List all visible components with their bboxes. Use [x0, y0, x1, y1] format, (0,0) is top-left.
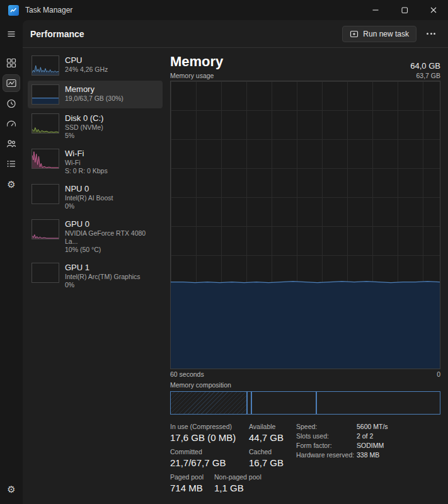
sidebar-item-title: Memory: [65, 84, 123, 94]
nav-users-button[interactable]: [3, 135, 20, 152]
minimize-icon: [370, 5, 381, 15]
nav-performance-button[interactable]: [3, 74, 20, 92]
performance-sidebar: CPU 24% 4,26 GHz Memory 19,0/63,7 GB (30…: [28, 52, 163, 504]
stat-committed: Committed 21,7/67,7 GB: [170, 447, 249, 469]
sidebar-item-disk0[interactable]: Disk 0 (C:) SSD (NVMe) 5%: [28, 110, 163, 144]
nav-details-button[interactable]: [3, 155, 20, 173]
stat-value: 44,7 GB: [249, 431, 284, 444]
memory-composition-label: Memory composition: [170, 381, 440, 389]
sidebar-item-subtitle: Intel(R) Arc(TM) Graphics: [65, 273, 141, 281]
stat-value: 1,1 GB: [214, 481, 261, 495]
hardware-details: Speed: 5600 MT/s Slots used: 2 of 2 Form…: [296, 423, 388, 461]
memory-usage-area: [171, 81, 440, 369]
more-options-button[interactable]: [423, 28, 439, 40]
memory-title-row: Memory 64,0 GB: [170, 53, 440, 71]
nav-app-history-button[interactable]: [3, 94, 20, 112]
sidebar-item-subtitle2: 10% (50 °C): [65, 246, 159, 254]
services-gear-icon: ⚙: [7, 180, 15, 189]
sidebar-item-title: NPU 0: [65, 184, 113, 194]
sidebar-item-subtitle: 24% 4,26 GHz: [65, 66, 108, 74]
sidebar-item-subtitle: Wi-Fi: [65, 159, 108, 167]
composition-segment-modified[interactable]: [247, 391, 251, 415]
sidebar-item-title: GPU 1: [65, 263, 141, 273]
detail-label: Hardware reserved:: [296, 451, 357, 459]
sidebar-item-subtitle2: 0%: [65, 281, 141, 289]
sidebar-item-wifi[interactable]: Wi-Fi Wi-Fi S: 0 R: 0 Kbps: [28, 145, 163, 179]
detail-speed: Speed: 5600 MT/s: [296, 423, 388, 430]
maximize-icon: [399, 5, 410, 15]
app-icon: [8, 5, 19, 16]
dot-icon: [427, 33, 428, 35]
navigation-rail: ⚙ ⚙: [0, 20, 23, 504]
sidebar-item-subtitle2: 0%: [65, 202, 113, 210]
nav-menu-button[interactable]: [3, 25, 20, 43]
sidebar-item-title: Disk 0 (C:): [65, 113, 103, 123]
close-icon: [428, 5, 439, 15]
stat-in-use: In use (Compressed) 17,6 GB (0 MB): [170, 422, 249, 444]
task-manager-window: Task Manager: [0, 0, 448, 504]
time-axis-right: 0: [437, 370, 440, 378]
sidebar-item-title: CPU: [65, 55, 108, 66]
nav-settings-button[interactable]: ⚙: [3, 480, 20, 498]
window-title: Task Manager: [25, 6, 72, 14]
processes-icon: [6, 58, 16, 68]
wifi-mini-chart: [32, 149, 59, 169]
stat-value: 21,7/67,7 GB: [170, 456, 249, 469]
sidebar-item-memory[interactable]: Memory 19,0/63,7 GB (30%): [28, 81, 163, 108]
nav-services-button[interactable]: ⚙: [3, 175, 20, 193]
detail-value: 338 MB: [357, 451, 379, 459]
dot-icon: [434, 33, 435, 35]
sidebar-item-subtitle2: S: 0 R: 0 Kbps: [65, 167, 108, 175]
memory-composition-bar: [170, 391, 440, 415]
gpu0-mini-chart: [32, 219, 59, 239]
time-axis-row: 60 seconds 0: [170, 370, 440, 378]
stat-label: Committed: [170, 447, 249, 456]
speedometer-icon: [6, 118, 16, 129]
detail-value: 2 of 2: [357, 432, 373, 440]
usage-label-row: Memory usage 63,7 GB: [170, 72, 440, 79]
sidebar-item-subtitle: SSD (NVMe): [65, 123, 103, 132]
nav-startup-apps-button[interactable]: [3, 115, 20, 132]
sidebar-item-npu0[interactable]: NPU 0 Intel(R) AI Boost 0%: [28, 180, 163, 214]
detail-label: Slots used:: [296, 432, 357, 440]
sidebar-item-title: GPU 0: [65, 219, 159, 229]
detail-value: 5600 MT/s: [357, 423, 388, 430]
npu-mini-chart: [32, 184, 59, 204]
hamburger-icon: [6, 29, 16, 39]
titlebar: Task Manager: [0, 0, 448, 20]
nav-processes-button[interactable]: [3, 54, 20, 72]
composition-segment-free[interactable]: [316, 391, 440, 415]
sidebar-item-gpu1[interactable]: GPU 1 Intel(R) Arc(TM) Graphics 0%: [28, 259, 163, 293]
memory-stats: In use (Compressed) 17,6 GB (0 MB) Avail…: [170, 422, 440, 498]
detail-label: Form factor:: [296, 442, 357, 449]
cpu-mini-chart: [32, 55, 59, 76]
close-button[interactable]: [419, 0, 448, 20]
stat-label: Paged pool: [170, 472, 214, 481]
settings-gear-icon: ⚙: [7, 484, 15, 494]
composition-segment-in-use[interactable]: [170, 391, 247, 415]
usage-scale-max: 63,7 GB: [416, 72, 440, 79]
header-actions: Run new task: [342, 26, 439, 42]
performance-body: CPU 24% 4,26 GHz Memory 19,0/63,7 GB (30…: [23, 48, 448, 504]
content-panel: Performance Run new task: [23, 20, 448, 504]
stat-value: 17,6 GB (0 MB): [170, 431, 249, 444]
page-title: Performance: [30, 29, 84, 39]
sidebar-item-title: Wi-Fi: [65, 149, 108, 159]
sidebar-item-cpu[interactable]: CPU 24% 4,26 GHz: [28, 52, 163, 79]
stat-nonpaged-pool: Non-paged pool 1,1 GB: [214, 472, 261, 495]
stat-label: In use (Compressed): [170, 422, 249, 431]
detail-label: Speed:: [296, 423, 357, 430]
sidebar-item-gpu0[interactable]: GPU 0 NVIDIA GeForce RTX 4080 La... 10% …: [28, 215, 163, 258]
stat-value: 714 MB: [170, 481, 214, 495]
memory-title: Memory: [170, 53, 223, 71]
stat-paged-pool: Paged pool 714 MB: [170, 472, 214, 495]
stat-cached: Cached 16,7 GB: [249, 447, 284, 469]
detail-hardware-reserved: Hardware reserved: 338 MB: [296, 451, 388, 459]
minimize-button[interactable]: [361, 0, 390, 20]
run-new-task-button[interactable]: Run new task: [342, 26, 416, 42]
stat-label: Available: [249, 422, 284, 431]
time-axis-left: 60 seconds: [170, 370, 204, 378]
stat-available: Available 44,7 GB: [249, 422, 284, 444]
maximize-button[interactable]: [390, 0, 419, 20]
composition-segment-standby[interactable]: [251, 391, 316, 415]
